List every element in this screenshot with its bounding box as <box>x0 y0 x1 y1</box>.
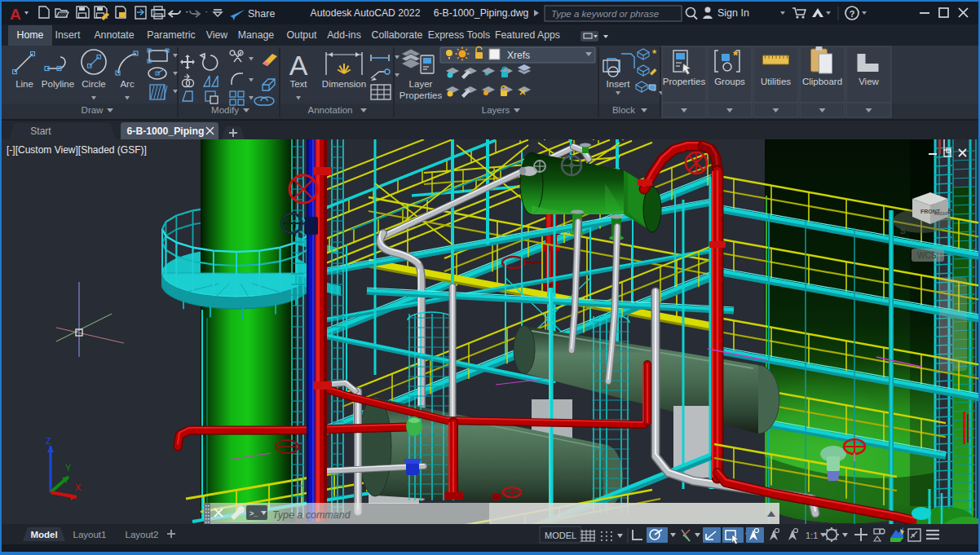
svg-text:6-B-1000_Piping: 6-B-1000_Piping <box>127 126 205 137</box>
svg-text:Block: Block <box>612 105 635 115</box>
svg-text:Line: Line <box>15 79 33 89</box>
svg-text:Dimension: Dimension <box>322 79 366 89</box>
svg-text:Autodesk AutoCAD 2022: Autodesk AutoCAD 2022 <box>311 7 421 19</box>
svg-text:Share: Share <box>248 8 275 20</box>
svg-text:MODEL: MODEL <box>545 531 576 540</box>
svg-text:Polyline: Polyline <box>42 79 74 89</box>
svg-text:WCS: WCS <box>917 251 937 260</box>
svg-text:Express Tools: Express Tools <box>428 29 490 41</box>
svg-text:Text: Text <box>289 79 307 89</box>
svg-text:View: View <box>859 77 879 86</box>
svg-text:>_: >_ <box>249 509 258 518</box>
svg-text:Sign In: Sign In <box>717 7 749 19</box>
svg-text:Layers: Layers <box>482 105 510 115</box>
svg-text:RIGHT: RIGHT <box>934 211 950 216</box>
svg-text:Annotation: Annotation <box>308 105 353 115</box>
svg-text:View: View <box>206 29 228 41</box>
svg-text:Collaborate: Collaborate <box>372 29 423 41</box>
svg-text:Model: Model <box>30 530 57 540</box>
svg-text:Properties: Properties <box>400 90 443 100</box>
svg-text:Annotate: Annotate <box>94 29 134 41</box>
svg-text:Manage: Manage <box>238 29 275 41</box>
svg-text:S: S <box>900 227 906 236</box>
svg-text:Type a keyword or phrase: Type a keyword or phrase <box>551 9 659 19</box>
svg-text:Properties: Properties <box>663 77 706 86</box>
svg-text:Y: Y <box>65 463 72 473</box>
svg-text:[-][Custom View][Shaded (GSF)]: [-][Custom View][Shaded (GSF)] <box>7 144 147 156</box>
svg-text:Insert: Insert <box>55 29 81 41</box>
svg-text:A: A <box>289 50 308 81</box>
svg-text:X: X <box>75 482 82 492</box>
svg-text:6-B-1000_Piping.dwg: 6-B-1000_Piping.dwg <box>434 7 529 19</box>
svg-text:Home: Home <box>17 29 44 41</box>
svg-text:Modify: Modify <box>211 105 239 115</box>
svg-text:Add-ins: Add-ins <box>327 29 361 41</box>
svg-text:Groups: Groups <box>714 77 745 86</box>
svg-text:A: A <box>10 6 21 23</box>
svg-text:Arc: Arc <box>120 79 135 89</box>
svg-text:*: * <box>733 49 739 63</box>
svg-text:Z: Z <box>46 436 51 446</box>
svg-text:Utilities: Utilities <box>761 77 791 86</box>
svg-text:Draw: Draw <box>82 105 104 115</box>
svg-text:Start: Start <box>30 126 51 137</box>
svg-text:Layout1: Layout1 <box>73 530 107 540</box>
svg-text:Output: Output <box>287 29 317 41</box>
svg-text:1:1: 1:1 <box>806 531 818 540</box>
svg-text:?: ? <box>850 9 855 19</box>
svg-text:Clipboard: Clipboard <box>802 77 842 86</box>
svg-text:Layer: Layer <box>409 79 433 89</box>
svg-text:Parametric: Parametric <box>147 29 195 41</box>
svg-text:Circle: Circle <box>82 79 105 89</box>
svg-text:Type a command: Type a command <box>272 509 351 521</box>
svg-text:Insert: Insert <box>607 79 631 89</box>
svg-text:Layout2: Layout2 <box>126 530 159 540</box>
svg-text:Xrefs: Xrefs <box>507 50 530 61</box>
svg-text:Featured Apps: Featured Apps <box>495 29 560 41</box>
